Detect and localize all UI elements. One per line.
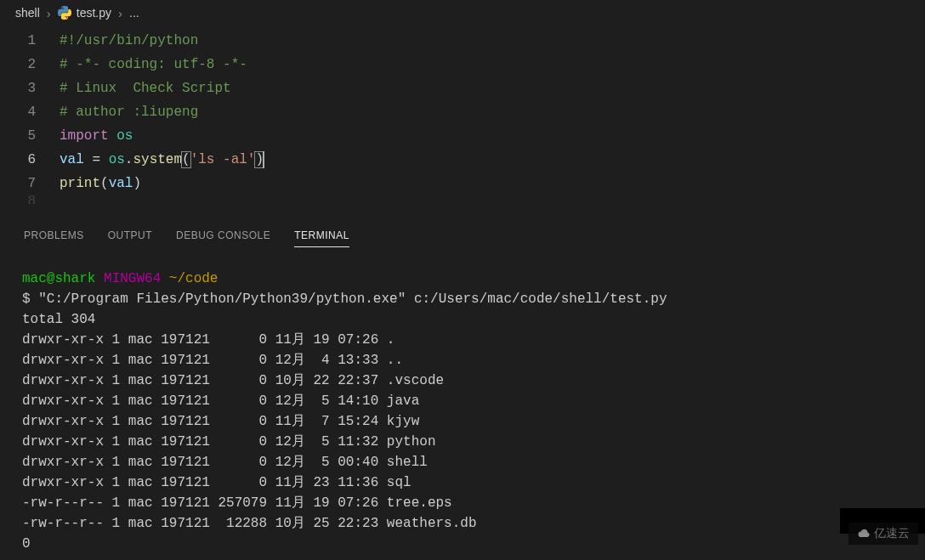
code-token: # Linux Check Script: [60, 81, 231, 96]
code-line[interactable]: 4# author :liupeng: [0, 100, 925, 124]
chevron-right-icon: ›: [118, 6, 122, 20]
code-token: val: [109, 176, 133, 191]
terminal-output-line: drwxr-xr-x 1 mac 197121 0 12月 5 11:32 py…: [22, 432, 903, 452]
terminal-output-line: 0: [22, 534, 903, 554]
code-token: val: [60, 152, 84, 167]
terminal-output-line: drwxr-xr-x 1 mac 197121 0 10月 22 22:37 .…: [22, 371, 903, 391]
breadcrumb-file-label: test.py: [77, 6, 111, 20]
code-line[interactable]: 3# Linux Check Script: [0, 76, 925, 100]
code-content[interactable]: print(val): [60, 172, 141, 195]
code-content[interactable]: import os: [60, 124, 133, 148]
breadcrumb: shell › test.py › ...: [0, 0, 925, 25]
code-line[interactable]: 5import os: [0, 124, 925, 148]
line-number: 2: [0, 53, 60, 76]
breadcrumb-folder[interactable]: shell: [15, 6, 40, 20]
terminal-command-line: $ "C:/Program Files/Python/Python39/pyth…: [22, 289, 903, 309]
line-number: 6: [0, 148, 60, 172]
code-token: os: [116, 128, 133, 144]
line-number: 3: [0, 76, 60, 100]
code-token: import: [60, 128, 109, 144]
code-token: os: [109, 152, 125, 167]
code-token: [109, 128, 117, 144]
code-token: # -*- coding: utf-8 -*-: [60, 57, 247, 72]
code-token: ): [133, 176, 141, 191]
code-content[interactable]: #!/usr/bin/python: [60, 29, 198, 53]
terminal-output-line: -rw-r--r-- 1 mac 197121 12288 10月 25 22:…: [22, 513, 903, 534]
code-content[interactable]: # Linux Check Script: [60, 76, 231, 100]
line-number: 1: [0, 29, 60, 53]
breadcrumb-extra[interactable]: ...: [129, 6, 139, 20]
terminal-env: MINGW64: [104, 271, 161, 286]
code-token: print: [60, 176, 100, 191]
code-token: #!/usr/bin/python: [60, 33, 198, 48]
code-token: 'ls -al': [190, 152, 256, 167]
code-content[interactable]: # author :liupeng: [60, 100, 198, 124]
line-number: 7: [0, 172, 60, 195]
terminal-output-line: total 304: [22, 309, 903, 330]
tab-terminal[interactable]: TERMINAL: [294, 224, 349, 247]
terminal-output-line: drwxr-xr-x 1 mac 197121 0 11月 19 07:26 .: [22, 330, 903, 350]
text-cursor: [263, 151, 264, 168]
cloud-icon: [857, 527, 871, 540]
terminal-prompt-line: mac@shark MINGW64 ~/code: [22, 269, 903, 289]
code-line[interactable]: 6val = os.system('ls -al'): [0, 148, 925, 172]
code-token: =: [84, 152, 109, 167]
line-number: 8: [0, 195, 60, 204]
terminal-output-line: drwxr-xr-x 1 mac 197121 0 11月 7 15:24 kj…: [22, 411, 903, 432]
breadcrumb-file[interactable]: test.py: [58, 6, 111, 20]
terminal-output-line: drwxr-xr-x 1 mac 197121 0 11月 23 11:36 s…: [22, 472, 903, 493]
panel-tabs: PROBLEMS OUTPUT DEBUG CONSOLE TERMINAL: [0, 219, 925, 253]
python-file-icon: [58, 6, 71, 20]
code-content[interactable]: val = os.system('ls -al'): [60, 148, 264, 172]
terminal-panel[interactable]: mac@shark MINGW64 ~/code$ "C:/Program Fi…: [0, 253, 925, 560]
watermark: 亿速云: [848, 523, 918, 545]
terminal-user: mac@shark: [22, 271, 95, 286]
terminal-output-line: drwxr-xr-x 1 mac 197121 0 12月 4 13:33 ..: [22, 350, 903, 371]
tab-problems[interactable]: PROBLEMS: [24, 224, 84, 247]
line-number: 5: [0, 124, 60, 148]
code-editor[interactable]: 1#!/usr/bin/python2# -*- coding: utf-8 -…: [0, 25, 925, 207]
terminal-output-line: drwxr-xr-x 1 mac 197121 0 12月 5 14:10 ja…: [22, 391, 903, 411]
code-line[interactable]: 7print(val): [0, 172, 925, 195]
code-line[interactable]: 2# -*- coding: utf-8 -*-: [0, 53, 925, 76]
tab-output[interactable]: OUTPUT: [108, 224, 152, 247]
code-token: .: [125, 152, 133, 167]
code-token: (: [100, 176, 109, 191]
line-number: 4: [0, 100, 60, 124]
tab-debug-console[interactable]: DEBUG CONSOLE: [176, 224, 270, 247]
code-line[interactable]: 1#!/usr/bin/python: [0, 29, 925, 53]
chevron-right-icon: ›: [47, 6, 51, 20]
terminal-output-line: -rw-r--r-- 1 mac 197121 257079 11月 19 07…: [22, 493, 903, 513]
terminal-output-line: drwxr-xr-x 1 mac 197121 0 12月 5 00:40 sh…: [22, 452, 903, 472]
code-token: system: [133, 152, 182, 167]
watermark-text: 亿速云: [874, 526, 910, 541]
code-token: # author :liupeng: [60, 105, 198, 120]
code-line[interactable]: 8: [0, 195, 925, 204]
terminal-path: ~/code: [169, 271, 218, 286]
code-content[interactable]: # -*- coding: utf-8 -*-: [60, 53, 247, 76]
